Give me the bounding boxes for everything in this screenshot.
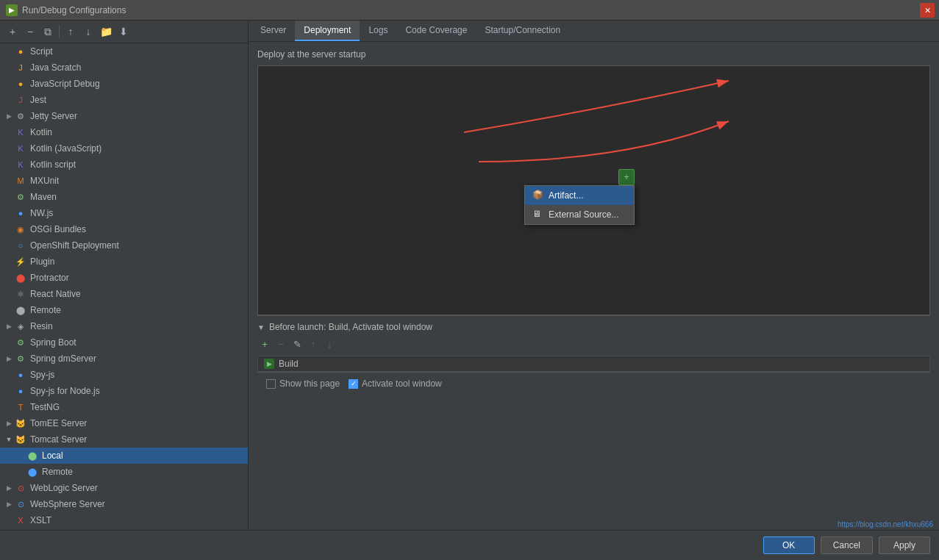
activate-tool-checkbox[interactable]: [349, 379, 358, 389]
deploy-area: Nothing to deploy + 📦 Artifact... 🖥 Ext: [257, 65, 930, 315]
tab-server[interactable]: Server: [251, 21, 295, 41]
cancel-button[interactable]: Cancel: [821, 536, 873, 554]
tab-deployment[interactable]: Deployment: [295, 21, 360, 41]
label-tomee-server: TomEE Server: [30, 418, 87, 428]
icon-kotlin-js: K: [15, 143, 26, 154]
artifact-icon: 📦: [532, 190, 544, 201]
ok-button[interactable]: OK: [763, 536, 815, 554]
icon-jetty-server: ⚙: [15, 110, 26, 122]
sidebar-item-script[interactable]: ●Script: [0, 43, 248, 60]
bottom-bar: Show this page Activate tool window: [257, 372, 930, 395]
label-xslt: XSLT: [30, 515, 51, 525]
expand-arrow-resin[interactable]: ▶: [4, 322, 13, 331]
sidebar-item-kotlin-js[interactable]: KKotlin (JavaScript): [0, 140, 248, 157]
expand-arrow-weblogic[interactable]: ▶: [4, 484, 13, 492]
sidebar-item-plugin[interactable]: ⚡Plugin: [0, 254, 248, 270]
sidebar-item-jest[interactable]: JJest: [0, 92, 248, 108]
close-button[interactable]: ✕: [920, 3, 935, 18]
sidebar-item-osgi[interactable]: ◉OSGi Bundles: [0, 221, 248, 237]
sidebar-item-java-scratch[interactable]: JJava Scratch: [0, 60, 248, 76]
sidebar-item-kotlin-script[interactable]: KKotlin script: [0, 157, 248, 173]
tab-startup[interactable]: Startup/Connection: [476, 21, 569, 41]
label-maven: Maven: [30, 192, 57, 202]
expand-arrow-jetty-server[interactable]: ▶: [4, 112, 13, 121]
sidebar-item-javascript-debug[interactable]: ●JavaScript Debug: [0, 76, 248, 92]
expand-arrow-spring-dm[interactable]: ▶: [4, 354, 13, 363]
tabs-bar: ServerDeploymentLogsCode CoverageStartup…: [249, 21, 939, 42]
remove-config-button[interactable]: −: [22, 24, 38, 40]
sidebar-item-spy-js-node[interactable]: ●Spy-js for Node.js: [0, 383, 248, 399]
sidebar-item-resin[interactable]: ▶◈Resin: [0, 318, 248, 334]
sidebar-item-kotlin[interactable]: KKotlin: [0, 124, 248, 140]
sidebar-item-nwjs[interactable]: ●NW.js: [0, 205, 248, 221]
bl-add-button[interactable]: +: [257, 337, 272, 351]
bl-remove-button[interactable]: −: [274, 337, 288, 351]
before-launch-section: ▼ Before launch: Build, Activate tool wi…: [257, 315, 930, 372]
expand-arrow-websphere[interactable]: ▶: [4, 500, 13, 509]
sidebar-item-react-native[interactable]: ⚛React Native: [0, 286, 248, 302]
sidebar-item-spring-dm[interactable]: ▶⚙Spring dmServer: [0, 351, 248, 367]
sidebar-list[interactable]: ●ScriptJJava Scratch●JavaScript DebugJJe…: [0, 43, 248, 530]
icon-kotlin-script: K: [15, 159, 26, 170]
sort-button[interactable]: ⬇: [115, 24, 132, 40]
collapse-triangle[interactable]: ▼: [257, 323, 265, 331]
build-icon: ▶: [264, 359, 274, 369]
deploy-add-button[interactable]: +: [618, 169, 635, 185]
before-launch-title: Before launch: Build, Activate tool wind…: [269, 322, 432, 332]
sidebar-item-remote[interactable]: ⬤Remote: [0, 302, 248, 318]
sidebar-item-tomcat-local[interactable]: ⬤Local: [0, 448, 248, 464]
label-osgi: OSGi Bundles: [30, 224, 86, 234]
tab-code-coverage[interactable]: Code Coverage: [396, 21, 476, 41]
sidebar-item-spring-boot[interactable]: ⚙Spring Boot: [0, 334, 248, 351]
sidebar-item-spy-js[interactable]: ●Spy-js: [0, 367, 248, 383]
build-label: Build: [279, 359, 299, 369]
apply-button[interactable]: Apply: [879, 536, 930, 554]
sidebar-item-protractor[interactable]: ⬤Protractor: [0, 270, 248, 286]
tab-logs[interactable]: Logs: [360, 21, 396, 41]
activate-tool-label: Activate tool window: [362, 378, 442, 389]
label-java-scratch: Java Scratch: [30, 62, 81, 73]
sidebar-item-tomee-server[interactable]: ▶🐱TomEE Server: [0, 415, 248, 431]
label-jetty-server: Jetty Server: [30, 111, 77, 121]
copy-config-button[interactable]: ⧉: [40, 24, 56, 40]
label-mxunit: MXUnit: [30, 176, 59, 186]
sidebar-item-openshift[interactable]: ○OpenShift Deployment: [0, 237, 248, 254]
expand-arrow-tomee-server[interactable]: ▶: [4, 419, 13, 428]
sidebar-item-tomcat-remote[interactable]: ⬤Remote: [0, 464, 248, 480]
sidebar-item-maven[interactable]: ⚙Maven: [0, 189, 248, 205]
show-page-label: Show this page: [279, 378, 340, 389]
sidebar-item-websphere[interactable]: ▶⊙WebSphere Server: [0, 496, 248, 512]
sidebar-item-testng[interactable]: TTestNG: [0, 399, 248, 415]
sidebar-item-tomcat-server[interactable]: ▼🐱Tomcat Server: [0, 431, 248, 448]
show-page-checkbox[interactable]: [266, 379, 276, 389]
icon-script: ●: [15, 46, 26, 57]
bl-down-button[interactable]: ↓: [322, 337, 337, 351]
move-down-button[interactable]: ↓: [80, 24, 96, 40]
deploy-dropdown: 📦 Artifact... 🖥 External Source...: [524, 185, 635, 225]
activate-tool-wrap: Activate tool window: [349, 378, 442, 389]
add-config-button[interactable]: +: [4, 24, 21, 40]
dropdown-artifact[interactable]: 📦 Artifact...: [525, 186, 634, 205]
folder-button[interactable]: 📁: [98, 24, 114, 40]
icon-osgi: ◉: [15, 223, 26, 235]
bl-edit-button[interactable]: ✎: [290, 337, 304, 351]
title-bar-icon: ▶: [6, 4, 18, 16]
icon-spy-js-node: ●: [15, 385, 26, 397]
move-up-button[interactable]: ↑: [63, 24, 79, 40]
sidebar-item-weblogic[interactable]: ▶⊙WebLogic Server: [0, 480, 248, 496]
sidebar-item-xslt[interactable]: XXSLT: [0, 512, 248, 528]
dropdown-external-source[interactable]: 🖥 External Source...: [525, 205, 634, 224]
icon-tomcat-remote: ⬤: [26, 466, 38, 478]
icon-xslt: X: [15, 514, 26, 526]
icon-protractor: ⬤: [15, 272, 26, 284]
deploy-label: Deploy at the server startup: [257, 49, 930, 60]
icon-nwjs: ●: [15, 207, 26, 219]
sidebar-item-jetty-server[interactable]: ▶⚙Jetty Server: [0, 108, 248, 124]
expand-arrow-tomcat-server[interactable]: ▼: [4, 435, 13, 444]
artifact-label: Artifact...: [549, 190, 583, 201]
label-remote: Remote: [30, 305, 61, 315]
icon-openshift: ○: [15, 240, 26, 251]
bl-up-button[interactable]: ↑: [306, 337, 321, 351]
sidebar-item-mxunit[interactable]: MMXUnit: [0, 173, 248, 189]
icon-resin: ◈: [15, 320, 26, 332]
